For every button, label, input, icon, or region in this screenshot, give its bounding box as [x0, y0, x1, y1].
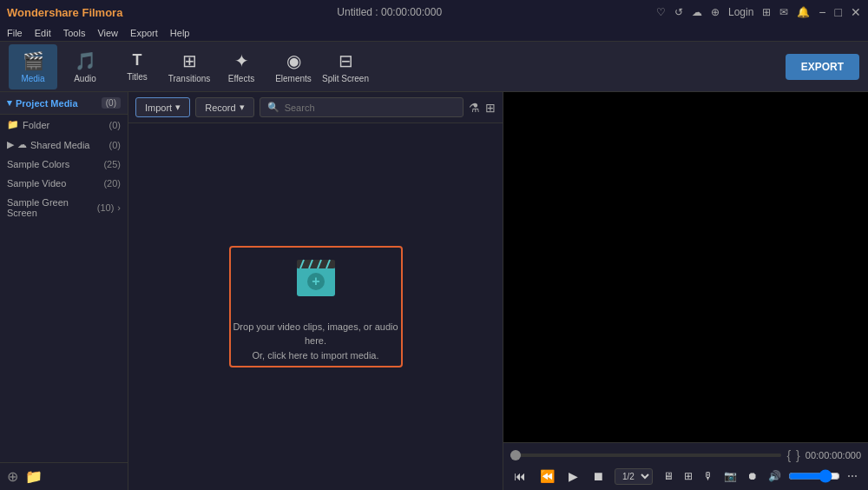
list-item[interactable]: Sample Video (20)	[0, 174, 128, 193]
toolbar: 🎬 Media 🎵 Audio T Titles ⊞ Transitions ✦…	[0, 42, 868, 92]
record-button[interactable]: Record ▾	[195, 97, 253, 117]
title-right: ♡ ↺ ☁ ⊕ Login ⊞ ✉ 🔔 − □ ✕	[656, 5, 861, 19]
dropzone[interactable]: + Drop your video clips, images, or audi…	[229, 246, 403, 368]
tool-effects[interactable]: ✦ Effects	[217, 44, 266, 89]
titles-icon: T	[133, 51, 142, 70]
item-name: Sample Colors	[7, 159, 69, 169]
login-btn[interactable]: Login	[728, 6, 753, 18]
mail-icon[interactable]: ✉	[779, 6, 788, 18]
grid-view-icon[interactable]: ⊞	[485, 101, 496, 115]
preview-timeline-row: { } 00:00:00:000	[510, 448, 861, 462]
svg-text:+: +	[312, 274, 319, 288]
prev-frame-btn[interactable]: ⏪	[536, 467, 558, 485]
heart-icon[interactable]: ♡	[656, 6, 666, 18]
shared-media-icon: ☁	[17, 139, 27, 150]
tool-media-label: Media	[21, 74, 44, 83]
panel-title: Project Media	[16, 98, 78, 109]
more-options-icon[interactable]: ⋯	[844, 468, 861, 484]
record-dropdown-icon: ▾	[240, 102, 245, 113]
folder-arrow-icon: ▾	[7, 97, 12, 109]
main-area: ▾ Project Media (0) 📁 Folder (0) ▶ ☁ Sha…	[0, 92, 868, 490]
panel-footer: ⊕ 📁	[0, 462, 128, 490]
close-btn[interactable]: ✕	[851, 5, 861, 19]
list-item[interactable]: Sample Green Screen (10) ›	[0, 193, 128, 222]
fullscreen-icon[interactable]: 🖥	[660, 468, 677, 484]
clapper-icon: +	[290, 251, 342, 313]
menu-export[interactable]: Export	[130, 28, 158, 38]
item-name: 📁 Folder	[7, 119, 49, 130]
maximize-btn[interactable]: □	[835, 5, 842, 19]
search-input[interactable]	[285, 103, 456, 113]
preview-timeline-bar[interactable]	[510, 454, 781, 457]
cloud-icon[interactable]: ☁	[692, 6, 702, 18]
item-count: (0)	[109, 140, 121, 150]
speed-select[interactable]: 1/2 1/4 1	[615, 468, 653, 485]
record-label: Record	[205, 103, 235, 113]
tool-titles-label: Titles	[127, 72, 148, 82]
tool-audio[interactable]: 🎵 Audio	[61, 44, 109, 89]
effects-icon: ✦	[234, 50, 249, 71]
elements-icon: ◉	[286, 50, 301, 71]
list-item[interactable]: ▶ ☁ Shared Media (0)	[0, 135, 128, 155]
print-icon[interactable]: ⊕	[711, 6, 720, 18]
chevron-right-icon: ›	[117, 202, 121, 213]
tool-transitions-label: Transitions	[168, 74, 211, 83]
crop-icon[interactable]: ⊞	[681, 468, 696, 484]
item-count: (10)	[97, 202, 115, 213]
mic-icon[interactable]: 🎙	[700, 468, 717, 484]
menu-edit[interactable]: Edit	[35, 28, 51, 38]
bracket-right-icon[interactable]: }	[796, 448, 800, 462]
list-item[interactable]: 📁 Folder (0)	[0, 115, 128, 135]
menu-view[interactable]: View	[97, 28, 118, 38]
volume-icon[interactable]: 🔊	[765, 468, 785, 484]
skip-back-btn[interactable]: ⏮	[510, 467, 529, 485]
item-name: Sample Green Screen	[7, 197, 94, 218]
search-icon: 🔍	[267, 102, 279, 113]
dropzone-text: Drop your video clips, images, or audio …	[231, 320, 401, 363]
minimize-btn[interactable]: −	[819, 5, 825, 19]
tool-titles[interactable]: T Titles	[113, 44, 161, 89]
add-folder-icon[interactable]: ⊕	[7, 468, 18, 485]
audio-icon: 🎵	[75, 50, 96, 71]
tool-transitions[interactable]: ⊞ Transitions	[165, 44, 214, 89]
menu-help[interactable]: Help	[170, 28, 190, 38]
transitions-icon: ⊞	[182, 50, 197, 71]
menu-bar: File Edit Tools View Export Help	[0, 24, 868, 42]
playback-row: ⏮ ⏪ ▶ ⏹ 1/2 1/4 1 🖥 ⊞ 🎙 📷 ⏺ 🔊 ⋯	[510, 467, 861, 485]
arrow-icon: ▶	[7, 139, 14, 150]
menu-file[interactable]: File	[7, 28, 23, 38]
import-button[interactable]: Import ▾	[135, 97, 190, 117]
tool-effects-label: Effects	[228, 74, 254, 83]
center-toolbar: Import ▾ Record ▾ 🔍 ⚗ ⊞	[128, 92, 503, 123]
dropzone-line1: Drop your video clips, images, or audio …	[231, 320, 401, 348]
list-item[interactable]: Sample Colors (25)	[0, 155, 128, 174]
title-left: Wondershare Filmora	[7, 6, 122, 19]
grid-icon[interactable]: ⊞	[762, 6, 771, 18]
bracket-left-icon[interactable]: {	[786, 448, 791, 462]
stop-btn[interactable]: ⏹	[589, 467, 608, 485]
center-panel: Import ▾ Record ▾ 🔍 ⚗ ⊞	[128, 92, 503, 490]
item-name: Sample Video	[7, 178, 66, 189]
dropzone-area: + Drop your video clips, images, or audi…	[128, 123, 503, 490]
preview-controls: { } 00:00:00:000 ⏮ ⏪ ▶ ⏹ 1/2 1/4 1 🖥 ⊞ 🎙	[503, 442, 868, 490]
export-button[interactable]: EXPORT	[786, 54, 859, 80]
timeline-handle[interactable]	[510, 450, 521, 460]
tool-elements-label: Elements	[275, 74, 312, 83]
media-icon: 🎬	[23, 50, 44, 71]
tool-elements[interactable]: ◉ Elements	[269, 44, 318, 89]
filter-icon[interactable]: ⚗	[469, 101, 480, 115]
tool-splitscreen[interactable]: ⊟ Split Screen	[321, 44, 370, 89]
item-count: (0)	[109, 120, 121, 130]
record-video-icon[interactable]: ⏺	[744, 468, 761, 484]
folder-create-icon[interactable]: 📁	[25, 468, 43, 485]
play-btn[interactable]: ▶	[565, 467, 582, 485]
item-count: (20)	[103, 178, 121, 189]
snapshot-icon[interactable]: 📷	[720, 468, 740, 484]
panel-header: ▾ Project Media (0)	[0, 92, 128, 115]
tool-media[interactable]: 🎬 Media	[9, 44, 57, 89]
menu-tools[interactable]: Tools	[63, 28, 86, 38]
sync-icon[interactable]: ↺	[674, 6, 683, 18]
volume-slider[interactable]	[788, 469, 840, 483]
bell-icon[interactable]: 🔔	[797, 6, 810, 18]
clapper-svg: +	[290, 251, 342, 303]
